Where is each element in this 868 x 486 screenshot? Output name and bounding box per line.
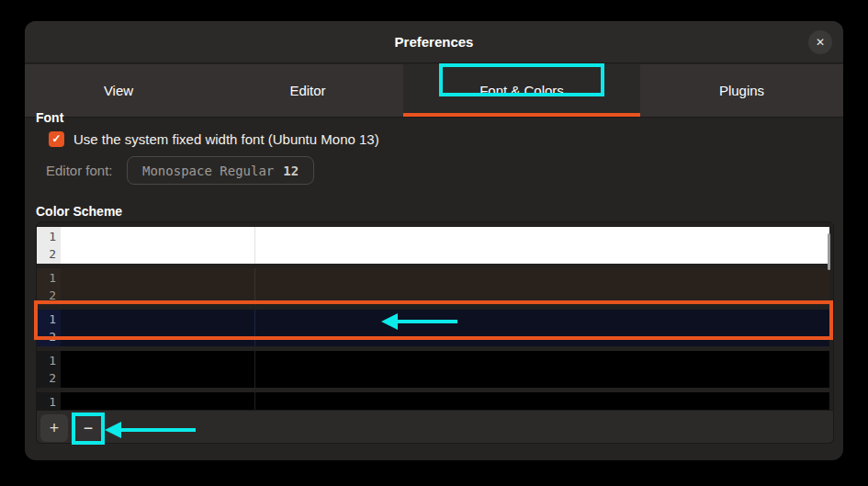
add-scheme-button[interactable]: + xyxy=(40,414,68,442)
code-preview: /* Black Pearl */ #include <gtksourcevie… xyxy=(61,351,326,388)
line-number: 2 xyxy=(37,369,56,387)
right-margin-line xyxy=(254,227,255,264)
tab-label: Font & Colors xyxy=(479,83,564,98)
line-number: 1 xyxy=(37,393,56,410)
tab-font-and-colors[interactable]: Font & Colors xyxy=(403,64,640,117)
right-margin-line xyxy=(254,392,255,410)
line-number-gutter: 1 2 xyxy=(37,227,61,264)
system-font-checkbox-row[interactable]: ✓ Use the system fixed width font (Ubunt… xyxy=(49,130,379,147)
tab-plugins[interactable]: Plugins xyxy=(640,64,843,117)
tab-label: Plugins xyxy=(719,83,764,98)
editor-font-label: Editor font: xyxy=(46,163,127,178)
editor-font-button[interactable]: Monospace Regular 12 xyxy=(127,156,314,185)
scheme-action-bar: + − xyxy=(37,410,833,444)
check-icon: ✓ xyxy=(51,132,61,145)
color-scheme-rows: 1 2 /* BBEdit */ #include <gtksourceview… xyxy=(37,222,833,410)
plus-icon: + xyxy=(50,419,60,438)
line-number: 2 xyxy=(37,287,56,304)
titlebar: Preferences ✕ xyxy=(25,21,843,63)
line-number: 2 xyxy=(37,245,56,263)
close-icon: ✕ xyxy=(816,36,825,49)
color-scheme-heading: Color Scheme xyxy=(36,204,122,219)
tab-label: View xyxy=(104,83,133,98)
line-number: 1 xyxy=(37,352,56,369)
system-font-checkbox-label: Use the system fixed width font (Ubuntu … xyxy=(73,131,379,147)
editor-font-row: Editor font: Monospace Regular 12 xyxy=(46,156,314,185)
scheme-row-bespin[interactable]: 1 2 /* Bespin */ #include <gtksourceview… xyxy=(37,268,829,305)
color-scheme-list: 1 2 /* BBEdit */ #include <gtksourceview… xyxy=(36,221,834,444)
tab-bar: View Editor Font & Colors Plugins xyxy=(25,64,843,118)
scheme-row-black-pearl[interactable]: 1 2 /* Black Pearl */ #include <gtksourc… xyxy=(37,351,829,388)
code-preview: /* Blackboard */ #include <gtksourceview… xyxy=(61,310,326,346)
tab-label: Editor xyxy=(289,83,325,98)
close-button[interactable]: ✕ xyxy=(808,30,832,54)
screen: Preferences ✕ View Editor Font & Colors … xyxy=(0,0,868,486)
minus-icon: − xyxy=(84,419,94,438)
scheme-row-bbedit[interactable]: 1 2 /* BBEdit */ #include <gtksourceview… xyxy=(37,227,829,264)
line-number: 1 xyxy=(37,228,56,245)
line-number: 2 xyxy=(37,328,56,345)
line-number-gutter: 1 2 xyxy=(37,268,61,305)
list-scrollbar[interactable] xyxy=(828,233,830,270)
code-preview: /* BBEdit */ #include <gtksourceview/gtk… xyxy=(61,227,326,264)
active-tab-indicator xyxy=(403,113,640,117)
dialog-title: Preferences xyxy=(395,34,474,50)
system-font-checkbox[interactable]: ✓ xyxy=(49,131,64,147)
line-number: 1 xyxy=(37,311,56,328)
line-number-gutter: 1 2 xyxy=(37,310,61,346)
code-preview: /* Bespin */ #include <gtksourceview/gtk… xyxy=(61,268,326,305)
font-size-value: 12 xyxy=(283,164,299,178)
tab-view[interactable]: View xyxy=(25,64,212,117)
right-margin-line xyxy=(254,268,255,305)
font-section-heading: Font xyxy=(36,110,63,125)
right-margin-line xyxy=(254,351,255,388)
line-number-gutter: 1 2 xyxy=(37,351,61,388)
right-margin-line xyxy=(254,310,255,346)
scheme-row-black-pearl-ii[interactable]: 1 2 /* Black Pearl II */ #include <gtkso… xyxy=(37,392,829,410)
line-number-gutter: 1 2 xyxy=(37,392,61,410)
code-preview: /* Black Pearl II */ #include <gtksource… xyxy=(61,392,326,410)
tab-editor[interactable]: Editor xyxy=(212,64,403,117)
scheme-row-blackboard-selected[interactable]: 1 2 /* Blackboard */ #include <gtksource… xyxy=(37,310,829,346)
line-number: 1 xyxy=(37,269,56,287)
remove-scheme-button[interactable]: − xyxy=(75,415,101,441)
preferences-dialog: Preferences ✕ View Editor Font & Colors … xyxy=(25,21,843,460)
font-and-colors-page: Font ✓ Use the system fixed width font (… xyxy=(25,119,843,460)
font-name: Monospace Regular xyxy=(142,164,274,178)
